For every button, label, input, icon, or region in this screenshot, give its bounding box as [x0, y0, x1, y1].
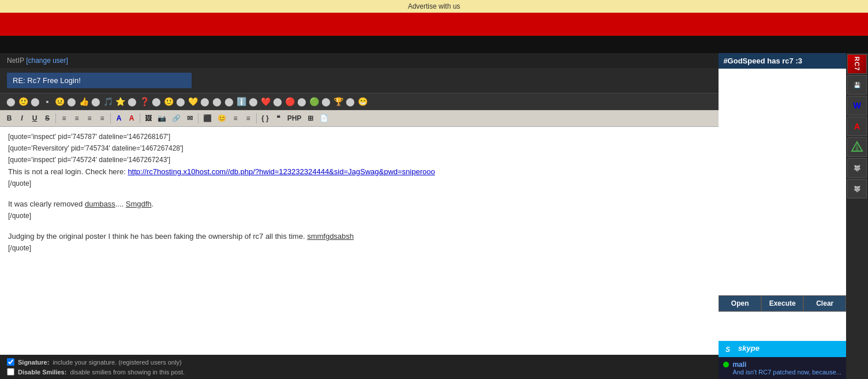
quote-line-1: [quote='inspect' pid='745787' dateline='… [8, 133, 710, 141]
emoji-black11[interactable]: ⬤ [272, 96, 283, 107]
emoji-trophy[interactable]: 🏆 [333, 96, 343, 107]
toolbar-smiley[interactable]: 😊 [215, 112, 229, 124]
emoji-black1[interactable]: ⬤ [6, 96, 16, 107]
toolbar-link[interactable]: 🔗 [170, 112, 183, 124]
wolf-icon1[interactable]: 🐺 [847, 158, 867, 178]
toolbar-highlight[interactable]: A [126, 112, 137, 124]
emoji-black8[interactable]: ⬤ [200, 96, 210, 107]
smilies-checkbox[interactable] [7, 368, 14, 376]
signature-checkbox[interactable] [7, 358, 14, 366]
emoji-green[interactable]: 🟢 [309, 96, 319, 107]
skype-logo: S skype [723, 343, 760, 355]
editor-line-6: Judging by the original poster I think h… [8, 232, 710, 241]
toolbar-sep1 [55, 113, 56, 123]
emoji-heart[interactable]: ❤️ [260, 96, 271, 107]
toolbar-list1[interactable]: ≡ [230, 112, 241, 124]
save-icon[interactable]: 💾 [847, 75, 867, 95]
toolbar-code[interactable]: { } [259, 112, 271, 124]
subject-bar [0, 68, 719, 93]
svg-text:S: S [725, 346, 730, 354]
quote-line-2: [quote='Reversitory' pid='745734' dateli… [8, 144, 710, 152]
emoji-black3[interactable]: ⬤ [66, 96, 77, 107]
toolbar-list2[interactable]: ≡ [242, 112, 254, 124]
toolbar-italic[interactable]: I [16, 112, 28, 124]
toolbar-img2[interactable]: 📷 [155, 112, 169, 124]
editor-close-quote-1: [/quote] [8, 179, 710, 187]
toolbar-sep4 [198, 113, 199, 123]
toolbar-align-center[interactable]: ≡ [71, 112, 83, 124]
editor-line-5: It was clearly removed dumbass.... Smgdf… [8, 200, 710, 208]
smilies-option[interactable]: Disable Smilies: disable smilies from sh… [7, 368, 712, 376]
editor-toolbar: B I U S ≡ ≡ ≡ ≡ A A 🖼 📷 🔗 ✉ ⬛ 😊 ≡ ≡ { } … [0, 110, 719, 127]
editor-content[interactable]: [quote='inspect' pid='745787' dateline='… [0, 127, 719, 355]
toolbar-grid[interactable]: ⊞ [305, 112, 316, 124]
chat-input-scroll[interactable] [719, 312, 846, 341]
chat-title: #GodSpeed has rc7 :3 [719, 53, 846, 69]
emoji-slash[interactable]: ⬤ [224, 96, 234, 107]
toolbar-strike[interactable]: S [42, 112, 53, 124]
emoji-music[interactable]: 🎵 [103, 96, 113, 107]
emoji-question[interactable]: ❓ [139, 96, 149, 107]
emoji-meh[interactable]: 😐 [54, 96, 65, 107]
clear-button[interactable]: Clear [803, 295, 846, 312]
editor-close-quote-2: [/quote] [8, 212, 710, 220]
word-icon[interactable]: W [847, 96, 867, 115]
skype-chat-item: mali And isn't RC7 patched now, because.… [719, 357, 846, 379]
skype-bar: S skype [719, 341, 846, 357]
toolbar-table[interactable]: ⬛ [201, 112, 214, 124]
chat-input-area [719, 312, 846, 341]
toolbar-underline[interactable]: U [29, 112, 40, 124]
emoji-black7[interactable]: ⬤ [175, 96, 186, 107]
online-dot [723, 362, 729, 367]
username: NetIP [7, 57, 24, 65]
toolbar-sep5 [256, 113, 257, 123]
signature-desc: include your signature. (registered user… [53, 359, 181, 366]
toolbar-align-justify[interactable]: ≡ [96, 112, 108, 124]
toolbar-sep3 [140, 113, 140, 123]
toolbar-align-left[interactable]: ≡ [58, 112, 70, 124]
emoji-black13[interactable]: ⬤ [321, 96, 331, 107]
emoji-black10[interactable]: ⬤ [248, 96, 259, 107]
emoji-happy[interactable]: 🙂 [163, 96, 174, 107]
open-button[interactable]: Open [719, 295, 761, 312]
wolf-icon2[interactable]: 🐺 [847, 179, 867, 198]
toolbar-quote[interactable]: ❝ [272, 112, 284, 124]
emoji-thumbs[interactable]: 👍 [78, 96, 89, 107]
toolbar-php[interactable]: PHP [285, 112, 304, 124]
skype-label: skype [738, 344, 760, 352]
toolbar-bold[interactable]: B [3, 112, 15, 124]
signature-option[interactable]: Signature: include your signature. (regi… [7, 358, 712, 366]
emoji-info[interactable]: ℹ️ [236, 96, 246, 107]
adobe-icon[interactable]: A [847, 117, 867, 136]
emoji-yellow[interactable]: 💛 [188, 96, 198, 107]
chat-buttons: Open Execute Clear [719, 295, 846, 312]
emoji-star[interactable]: ⭐ [115, 96, 125, 107]
toolbar-email[interactable]: ✉ [184, 112, 196, 124]
chat-body[interactable] [719, 69, 846, 295]
toolbar-font-color[interactable]: A [113, 112, 125, 124]
emoji-black9[interactable]: ⬤ [212, 96, 222, 107]
drive-icon[interactable] [847, 137, 867, 157]
emoji-red[interactable]: 🔴 [285, 96, 295, 107]
toolbar-doc[interactable]: 📄 [317, 112, 331, 124]
emoji-black5[interactable]: ⬤ [127, 96, 137, 107]
emoji-black14[interactable]: ⬤ [345, 96, 356, 107]
chat-window: #GodSpeed has rc7 :3 Open Execute Clear [719, 53, 846, 341]
emoji-black6[interactable]: ⬤ [151, 96, 162, 107]
toolbar-img1[interactable]: 🖼 [143, 112, 154, 124]
subject-input[interactable] [7, 73, 192, 88]
skype-message: And isn't RC7 patched now, because... [732, 369, 841, 376]
right-column: #GodSpeed has rc7 :3 Open Execute Clear … [719, 53, 846, 379]
emoji-black4[interactable]: ⬤ [91, 96, 101, 107]
rc7-icon[interactable]: RC7 [847, 54, 867, 74]
execute-button[interactable]: Execute [761, 295, 804, 312]
emoji-grin[interactable]: 😁 [357, 96, 368, 107]
toolbar-align-right[interactable]: ≡ [84, 112, 95, 124]
emoji-black2[interactable]: ⬤ [30, 96, 40, 107]
change-user-link[interactable]: [change user] [26, 57, 68, 65]
emoji-smile1[interactable]: 🙂 [18, 96, 28, 107]
emoji-black12[interactable]: ⬤ [297, 96, 307, 107]
quote-line-3: [quote='inspect' pid='745724' dateline='… [8, 156, 710, 164]
emoji-square[interactable]: ▪ [42, 96, 53, 107]
nav-bar [0, 36, 868, 53]
